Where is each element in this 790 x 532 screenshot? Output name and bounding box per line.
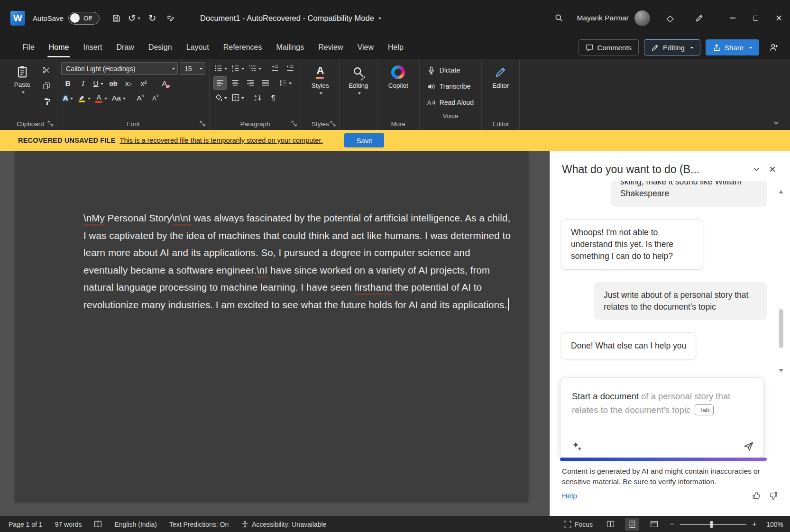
- sort-button[interactable]: [251, 92, 265, 104]
- proofing-status[interactable]: [94, 520, 102, 528]
- format-painter-button[interactable]: [40, 95, 53, 108]
- font-size-select[interactable]: 15: [180, 62, 205, 75]
- share-button[interactable]: Share: [706, 39, 759, 55]
- transcribe-button[interactable]: Transcribe: [423, 79, 478, 93]
- thumbs-up-icon[interactable]: [752, 491, 761, 500]
- chat-scrollbar[interactable]: [777, 187, 786, 376]
- align-center-button[interactable]: [229, 77, 242, 89]
- bullets-button[interactable]: [213, 62, 229, 74]
- decrease-indent-button[interactable]: [268, 62, 282, 74]
- print-layout-button[interactable]: [625, 518, 639, 531]
- tab-mailings[interactable]: Mailings: [269, 36, 312, 59]
- save-recovered-button[interactable]: Save: [344, 133, 384, 147]
- font-dialog-launcher[interactable]: [199, 120, 206, 128]
- increase-indent-button[interactable]: [284, 62, 297, 74]
- zoom-slider[interactable]: [680, 524, 746, 525]
- shrink-font-button[interactable]: A˅: [149, 92, 162, 104]
- multilevel-list-button[interactable]: [248, 62, 263, 74]
- redo-button[interactable]: ↻: [144, 10, 160, 26]
- highlight-color-button[interactable]: [76, 92, 92, 104]
- zoom-slider-thumb[interactable]: [710, 521, 713, 528]
- search-button[interactable]: [550, 9, 569, 27]
- font-name-select[interactable]: Calibri Light (Headings): [61, 62, 178, 75]
- minimize-button[interactable]: [721, 7, 744, 29]
- web-layout-button[interactable]: [647, 518, 661, 531]
- read-mode-button[interactable]: [603, 518, 617, 531]
- paste-button[interactable]: Paste: [8, 62, 37, 118]
- superscript-button[interactable]: x²: [137, 77, 150, 90]
- line-spacing-button[interactable]: [278, 77, 293, 89]
- tab-help[interactable]: Help: [381, 36, 411, 59]
- copilot-input-card[interactable]: Start a document of a personal story tha…: [560, 377, 764, 458]
- customize-toolbar-button[interactable]: [162, 10, 178, 26]
- notification-link[interactable]: This is a recovered file that is tempora…: [120, 137, 323, 144]
- change-case-button[interactable]: Aa: [110, 92, 127, 104]
- font-color-button[interactable]: A: [94, 92, 109, 104]
- document-page[interactable]: \nMy Personal Story\n\nI was always fasc…: [15, 151, 528, 502]
- shading-button[interactable]: [213, 92, 229, 104]
- panel-close-button[interactable]: ×: [764, 161, 781, 177]
- styles-dialog-launcher[interactable]: [330, 120, 337, 128]
- panel-collapse-button[interactable]: [748, 161, 764, 177]
- paragraph-dialog-launcher[interactable]: [291, 120, 298, 128]
- word-logo[interactable]: W: [10, 11, 25, 26]
- copy-button[interactable]: [40, 80, 53, 92]
- align-left-button[interactable]: [213, 77, 227, 89]
- sparkle-icon[interactable]: [572, 441, 582, 451]
- dictate-button[interactable]: Dictate: [423, 63, 478, 77]
- rewards-button[interactable]: ◇: [661, 9, 680, 27]
- save-button[interactable]: [108, 10, 124, 26]
- tab-view[interactable]: View: [350, 36, 381, 59]
- autosave-toggle[interactable]: Off: [68, 12, 100, 25]
- tab-layout[interactable]: Layout: [179, 36, 216, 59]
- justify-button[interactable]: [259, 77, 272, 89]
- zoom-out-button[interactable]: −: [669, 520, 675, 529]
- present-to-people-button[interactable]: [764, 39, 783, 56]
- maximize-button[interactable]: [744, 7, 767, 29]
- strikethrough-button[interactable]: ab: [107, 77, 120, 90]
- subscript-button[interactable]: x₂: [122, 77, 135, 90]
- numbering-button[interactable]: [230, 62, 246, 74]
- comments-button[interactable]: Comments: [579, 39, 639, 55]
- editing-button[interactable]: Editing: [344, 62, 373, 118]
- focus-button[interactable]: Focus: [564, 520, 593, 528]
- zoom-level[interactable]: 100%: [762, 521, 783, 528]
- collapse-ribbon-button[interactable]: [772, 119, 781, 126]
- tab-file[interactable]: File: [15, 36, 42, 59]
- editor-button[interactable]: Editor: [486, 62, 515, 118]
- ink-button[interactable]: [690, 9, 709, 27]
- borders-button[interactable]: [230, 92, 246, 104]
- tab-home[interactable]: Home: [42, 36, 76, 59]
- send-button[interactable]: [744, 441, 754, 451]
- editing-mode-button[interactable]: Editing: [644, 39, 700, 55]
- language-indicator[interactable]: English (India): [114, 521, 157, 528]
- text-predictions[interactable]: Text Predictions: On: [169, 521, 229, 528]
- align-right-button[interactable]: [244, 77, 257, 89]
- document-title[interactable]: Document1 - AutoRecovered - Compatibilit…: [200, 14, 381, 23]
- zoom-in-button[interactable]: +: [751, 520, 758, 529]
- avatar[interactable]: [634, 10, 650, 26]
- bold-button[interactable]: B: [61, 77, 74, 90]
- read-aloud-button[interactable]: Read Aloud: [423, 95, 478, 110]
- clear-formatting-button[interactable]: A: [158, 77, 171, 90]
- help-link[interactable]: Help: [562, 492, 577, 500]
- page-indicator[interactable]: Page 1 of 1: [9, 521, 43, 528]
- italic-button[interactable]: I: [76, 77, 90, 90]
- word-count[interactable]: 97 words: [55, 521, 82, 528]
- text-effects-button[interactable]: A: [61, 92, 74, 104]
- scroll-up-icon[interactable]: [779, 188, 783, 193]
- styles-button[interactable]: A Styles: [305, 62, 335, 118]
- tab-design[interactable]: Design: [141, 36, 179, 59]
- tab-insert[interactable]: Insert: [76, 36, 109, 59]
- cut-button[interactable]: [40, 64, 53, 76]
- grow-font-button[interactable]: A˄: [134, 92, 147, 104]
- scrollbar-thumb[interactable]: [779, 309, 783, 348]
- copilot-button[interactable]: Copilot: [381, 62, 415, 118]
- underline-button[interactable]: U: [92, 77, 105, 90]
- tab-draw[interactable]: Draw: [109, 36, 141, 59]
- clipboard-dialog-launcher[interactable]: [47, 120, 54, 128]
- accessibility-status[interactable]: Accessibility: Unavailable: [241, 520, 326, 528]
- undo-button[interactable]: ↺: [126, 10, 142, 26]
- tab-references[interactable]: References: [216, 36, 269, 59]
- tab-review[interactable]: Review: [311, 36, 350, 59]
